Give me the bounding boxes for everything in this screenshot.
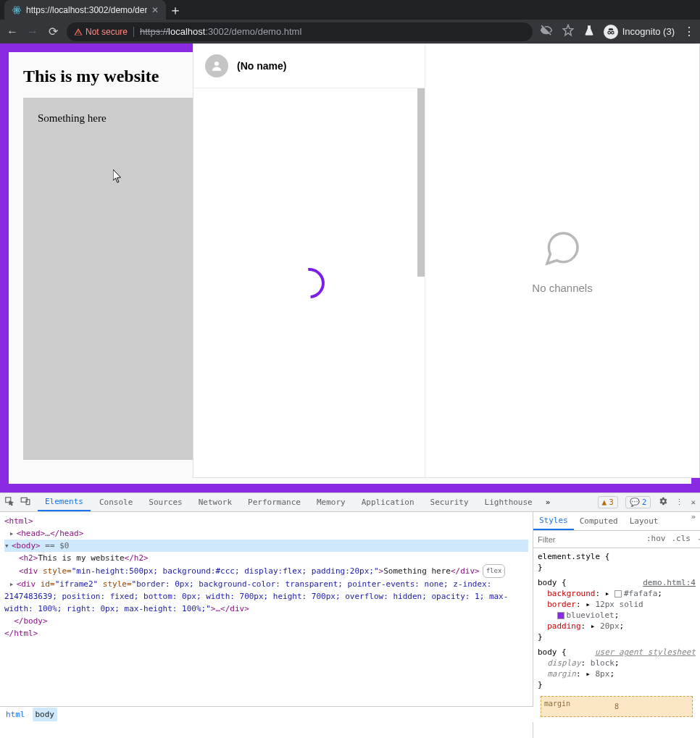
eye-off-icon[interactable] xyxy=(540,24,553,40)
not-secure-warning[interactable]: Not secure xyxy=(74,27,128,37)
styles-pane: StylesComputedLayout» :hov .cls ＋ ▣ elem… xyxy=(533,512,700,738)
tab-strip: https://localhost:3002/demo/der ✕ ＋ xyxy=(0,0,700,20)
source-link[interactable]: demo.html:4 xyxy=(643,577,696,588)
close-tab-icon[interactable]: ✕ xyxy=(151,5,159,15)
incognito-label: Incognito (3) xyxy=(622,26,675,37)
scrollbar-thumb[interactable] xyxy=(417,88,425,277)
flask-icon[interactable] xyxy=(583,25,595,39)
styles-tab-bar: StylesComputedLayout» xyxy=(533,512,700,531)
styles-filter-input[interactable] xyxy=(533,535,642,544)
hov-toggle[interactable]: :hov xyxy=(646,534,666,545)
devtools-close-icon[interactable]: ✕ xyxy=(691,498,696,507)
svg-point-5 xyxy=(611,31,614,34)
browser-toolbar: ← → ⟳ Not secure https://localhost:3002/… xyxy=(0,20,700,43)
new-tab-button[interactable]: ＋ xyxy=(166,0,185,20)
styles-tab-styles[interactable]: Styles xyxy=(533,512,574,530)
no-channels-text: No channels xyxy=(532,282,592,294)
browser-chrome: https://localhost:3002/demo/der ✕ ＋ ← → … xyxy=(0,0,700,43)
devtools-tab-console[interactable]: Console xyxy=(92,493,140,511)
devtools-tab-performance[interactable]: Performance xyxy=(241,493,308,511)
svg-point-6 xyxy=(214,62,219,66)
breadcrumb-html[interactable]: html xyxy=(6,708,25,721)
devtools-tab-sources[interactable]: Sources xyxy=(141,493,189,511)
messages-badge[interactable]: 💬 2 xyxy=(625,496,651,508)
expand-icon[interactable]: ▸ xyxy=(9,527,17,540)
flex-badge[interactable]: flex xyxy=(483,564,506,578)
loading-spinner-icon xyxy=(288,261,330,304)
grey-box-text: Something here xyxy=(38,112,107,445)
browser-tab[interactable]: https://localhost:3002/demo/der ✕ xyxy=(4,0,166,20)
devtools-tab-bar: ElementsConsoleSourcesNetworkPerformance… xyxy=(0,493,700,512)
forward-button[interactable]: → xyxy=(26,25,39,38)
breadcrumb-body[interactable]: body xyxy=(33,708,58,721)
devtools-tab-network[interactable]: Network xyxy=(191,493,239,511)
avatar-icon xyxy=(205,54,228,77)
settings-gear-icon[interactable] xyxy=(658,496,668,508)
profile-header[interactable]: (No name) xyxy=(193,44,425,88)
tab-title: https://localhost:3002/demo/der xyxy=(26,5,147,15)
devtools-tab-memory[interactable]: Memory xyxy=(309,493,353,511)
devtools-tab-application[interactable]: Application xyxy=(354,493,422,511)
svg-point-0 xyxy=(16,9,17,10)
collapse-icon[interactable]: ▾ xyxy=(4,540,12,552)
bookmark-icon[interactable] xyxy=(562,24,575,40)
warnings-badge[interactable]: ▲ 3 xyxy=(598,496,618,508)
widget-right-pane: No channels xyxy=(425,44,699,477)
devtools-menu-icon[interactable]: ⋮ xyxy=(675,498,683,507)
widget-left-pane: (No name) xyxy=(193,44,425,477)
url-text: https://localhost:3002/demo/demo.html xyxy=(140,26,301,37)
devtools-tab-elements[interactable]: Elements xyxy=(38,493,91,511)
back-button[interactable]: ← xyxy=(6,25,19,38)
react-icon xyxy=(12,5,22,15)
reload-button[interactable]: ⟳ xyxy=(46,25,59,38)
devtools-tab-security[interactable]: Security xyxy=(423,493,476,511)
styles-filter-row: :hov .cls ＋ ▣ xyxy=(533,531,700,548)
svg-point-4 xyxy=(608,31,611,34)
chat-widget-overlay: (No name) No channels xyxy=(193,43,700,478)
toolbar-right: Incognito (3) ⋮ xyxy=(540,24,694,40)
styles-rules[interactable]: element.style { } body {demo.html:4 back… xyxy=(533,548,700,738)
devtools-panel: ElementsConsoleSourcesNetworkPerformance… xyxy=(0,492,700,738)
device-toggle-icon[interactable] xyxy=(20,496,30,508)
ua-stylesheet-label: user agent stylesheet xyxy=(595,647,696,658)
new-style-rule-icon[interactable]: ＋ xyxy=(696,534,700,545)
warning-icon xyxy=(74,28,83,36)
styles-tab-computed[interactable]: Computed xyxy=(574,512,624,530)
chat-bubble-icon xyxy=(542,228,583,269)
incognito-icon xyxy=(604,25,618,39)
channel-list-loading xyxy=(193,88,425,477)
incognito-indicator[interactable]: Incognito (3) xyxy=(604,25,675,39)
inspect-element-icon[interactable] xyxy=(4,496,14,508)
elements-breadcrumb: html body xyxy=(0,706,533,722)
devtools-tab-lighthouse[interactable]: Lighthouse xyxy=(478,493,540,511)
more-styles-tabs-icon[interactable]: » xyxy=(686,512,700,530)
styles-tab-layout[interactable]: Layout xyxy=(624,512,664,530)
more-tabs-icon[interactable]: » xyxy=(546,498,551,507)
separator xyxy=(133,27,134,37)
address-bar[interactable]: Not secure https://localhost:3002/demo/d… xyxy=(67,22,533,41)
cls-toggle[interactable]: .cls xyxy=(672,534,691,545)
elements-tree[interactable]: <html> ▸<head>…</head> ▾<body> == $0 <h2… xyxy=(0,512,533,738)
profile-name: (No name) xyxy=(237,60,286,72)
box-model-diagram[interactable]: margin 8 xyxy=(541,696,693,717)
expand-icon[interactable]: ▸ xyxy=(9,578,17,590)
kebab-menu-icon[interactable]: ⋮ xyxy=(683,25,694,38)
